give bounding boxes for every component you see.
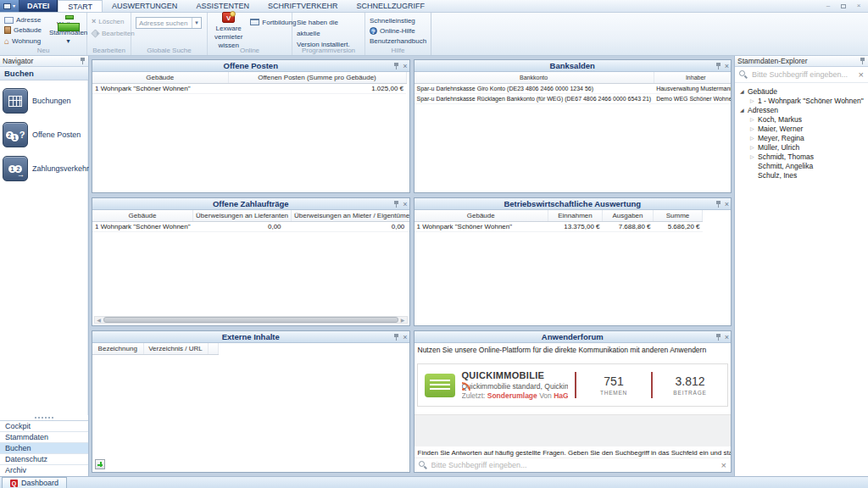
table-row[interactable]: Spar-u Darlehnskasse Rücklagen Bankkonto… [415,93,732,103]
column-header[interactable]: Einnahmen [548,210,603,221]
column-header[interactable]: Gebäude [92,210,193,221]
panel-header[interactable]: Offene Zahlaufträge × [92,198,409,210]
tab-schriftverkehr[interactable]: SCHRIFTVERKEHR [259,0,348,12]
panel-header[interactable]: Offene Posten × [92,60,409,72]
adresse-button[interactable]: Adresse [4,15,42,25]
tree-item[interactable]: ▷Koch, Markus [737,114,866,124]
panel-header[interactable]: Anwenderforum × [415,331,732,343]
sidebar-item-buchen[interactable]: Buchen [0,443,88,454]
clear-search-icon[interactable]: × [721,461,726,470]
clear-search-icon[interactable]: × [859,70,864,80]
tree-item[interactable]: ▷Schmidt, Thomas [737,152,866,161]
column-header[interactable]: Gebäude [415,210,548,221]
table-row[interactable]: 1 Wohnpark "Schöner Wohnen"13.375,00 €7.… [415,221,703,231]
scroll-right-arrow[interactable]: ▶ [399,318,407,323]
tree-collapsed-icon[interactable]: ▷ [750,126,758,131]
tree-item[interactable]: ▷Müller, Ulrich [737,142,866,152]
close-button[interactable]: × [853,2,865,11]
pin-icon[interactable] [715,63,721,69]
pin-icon[interactable] [715,201,721,208]
adresse-suchen-combobox[interactable]: Adresse suchen ▼ [136,17,202,29]
navigator-item-zahlungsverkehr[interactable]: 12→ Zahlungsverkehr [3,156,85,181]
schnelleinstieg-button[interactable]: Schnelleinstieg [370,16,426,25]
add-external-content-button[interactable] [95,459,105,469]
pin-icon[interactable] [393,201,399,208]
chevron-down-icon[interactable]: ▼ [192,18,201,28]
tree-collapsed-icon[interactable]: ▷ [750,117,758,122]
explorer-search-input[interactable] [752,70,854,79]
column-header[interactable] [208,343,218,354]
tree-item[interactable]: ▷Meyer, Regina [737,133,866,142]
column-header[interactable]: Inhaber [654,72,731,83]
close-icon[interactable]: × [403,63,407,70]
column-header[interactable]: Gebäude [92,72,228,83]
pin-icon[interactable] [393,63,399,69]
tree-expanded-icon[interactable]: ◢ [740,108,748,113]
horizontal-scrollbar[interactable]: ◀ ▶ [94,316,408,324]
pin-icon[interactable] [715,334,721,341]
pin-icon[interactable] [860,58,865,64]
column-header[interactable]: Offenen Posten (Summe pro Gebäude) [228,72,406,83]
column-header[interactable]: Bankkonto [415,72,654,83]
column-header[interactable]: Summe [654,210,703,221]
panel-header[interactable]: Externe Inhalte × [92,331,409,343]
tree-collapsed-icon[interactable]: ▷ [750,154,758,159]
sidebar-item-stammdaten[interactable]: Stammdaten [0,432,88,443]
tab-datei[interactable]: DATEI [19,0,58,12]
fortbildung-button[interactable]: Fortbildung [250,17,296,27]
panel-header[interactable]: Betriebswirtschaftliche Auswertung × [415,198,732,210]
close-icon[interactable]: × [725,201,729,208]
column-header[interactable]: Ausgaben [603,210,654,221]
tree-item[interactable]: Schulz, Ines [737,170,866,180]
last-topic-link[interactable]: Sonderumlage [487,391,537,400]
pin-icon[interactable] [393,334,399,341]
tree-collapsed-icon[interactable]: ▷ [750,98,758,103]
column-header[interactable]: Überweisungen an Mieter / Eigentümer [292,210,409,221]
close-icon[interactable]: × [403,334,407,341]
last-user-link[interactable]: HaGeHa, [554,391,568,400]
bearbeiten-button[interactable]: Bearbeiten [92,28,135,38]
navigator-item-buchungen[interactable]: Buchungen [3,88,85,114]
tab-start[interactable]: START [58,0,103,12]
column-header[interactable]: Bezeichnung [92,343,143,354]
gebaeude-button[interactable]: Gebäude [4,25,42,35]
tree-collapsed-icon[interactable]: ▷ [750,145,758,150]
close-icon[interactable]: × [725,334,729,341]
sidebar-item-datenschutz[interactable]: Datenschutz [0,454,88,465]
app-menu-button[interactable]: ▾ [0,0,19,12]
tree-item[interactable]: ▷Maier, Werner [737,124,866,133]
panel-header[interactable]: Banksalden × [415,60,732,72]
restore-button[interactable] [837,2,849,11]
navigator-item-offene-posten[interactable]: 21? Offene Posten [3,122,85,147]
table-row[interactable]: 1 Wohnpark "Schöner Wohnen"1.025,00 € [92,83,406,93]
tree-collapsed-icon[interactable]: ▷ [750,136,758,141]
scroll-left-arrow[interactable]: ◀ [95,318,103,323]
weitere-stammdaten-button[interactable]: Weitere Stammdaten ▾ [47,15,90,46]
dashboard-tab[interactable]: Q Dashboard [2,477,67,488]
lexware-vermieter-wissen-button[interactable]: V Lexware vermieter wissen [212,15,245,46]
tree-item[interactable]: Schmitt, Angelika [737,161,866,170]
tree-item[interactable]: ◢Gebäude [737,86,866,96]
table-row[interactable]: 1 Wohnpark "Schöner Wohnen"0,000,00 [92,221,409,231]
tab-auswertungen[interactable]: AUSWERTUNGEN [103,0,186,12]
scrollbar-thumb[interactable] [103,317,398,323]
tree-item[interactable]: ▷1 - Wohnpark "Schöner Wohnen" [737,96,866,105]
close-icon[interactable]: × [725,63,729,70]
forum-card[interactable]: QUICKIMMOBILIE Quickimmobilie standard, … [417,363,729,407]
table-row[interactable]: Spar-u Darlehnskasse Giro Konto (DE23 48… [415,83,732,93]
pin-icon[interactable] [80,58,86,64]
sidebar-item-cockpit[interactable]: Cockpit [0,421,88,432]
tab-assistenten[interactable]: ASSISTENTEN [186,0,259,12]
column-header[interactable]: Überweisungen an Lieferanten [193,210,292,221]
column-header[interactable]: Verzeichnis / URL [143,343,208,354]
tab-schnellzugriff[interactable]: SCHNELLZUGRIFF [347,0,434,12]
tree-expanded-icon[interactable]: ◢ [740,89,748,94]
online-hilfe-button[interactable]: ?Online-Hilfe [370,26,426,36]
sidebar-item-archiv[interactable]: Archiv [0,465,88,476]
tree-item[interactable]: ◢Adressen [737,105,866,114]
wohnung-button[interactable]: ⌂Wohnung [4,36,42,46]
forum-search-input[interactable] [431,461,717,469]
close-icon[interactable]: × [403,201,407,208]
loeschen-button[interactable]: ×Löschen [92,16,135,26]
benutzerhandbuch-button[interactable]: Benutzerhandbuch [370,36,426,46]
